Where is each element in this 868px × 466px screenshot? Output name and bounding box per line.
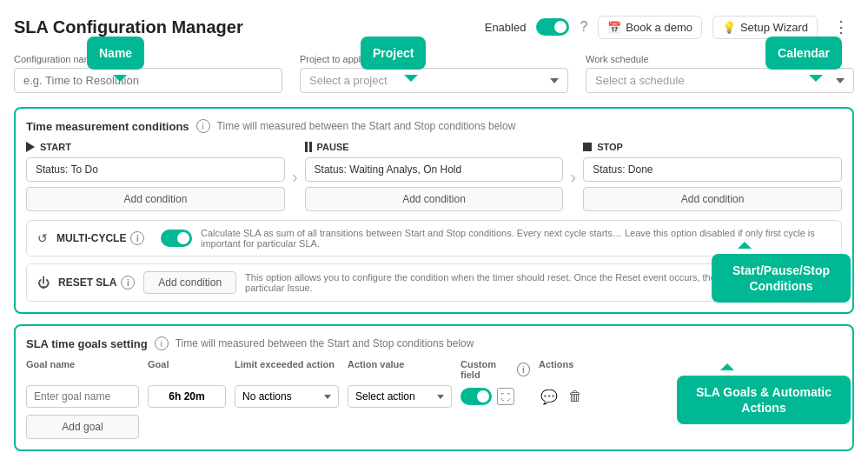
multi-cycle-row: ↺ MULTI-CYCLE i Calculate SLA as sum of … bbox=[26, 220, 842, 256]
reset-sla-row: ⏻ RESET SLA i Add condition This option … bbox=[26, 263, 842, 302]
stop-header: STOP bbox=[583, 142, 842, 152]
schedule-field-group: Work schedule Select a schedule bbox=[586, 54, 854, 93]
col-goal-header: Goal bbox=[148, 359, 226, 380]
enabled-label: Enabled bbox=[485, 21, 527, 34]
name-field-group: Configuration name bbox=[14, 54, 282, 93]
reset-sla-desc: This option allows you to configure the … bbox=[245, 272, 831, 293]
stop-status: Status: Done bbox=[583, 157, 842, 182]
start-condition-col: START Status: To Do Add condition bbox=[26, 142, 285, 211]
power-icon: ⏻ bbox=[37, 276, 50, 290]
goals-header: SLA time goals setting i Time will measu… bbox=[26, 336, 842, 350]
start-label: START bbox=[40, 142, 71, 152]
pause-header: PAUSE bbox=[305, 142, 564, 152]
cycle-icon: ↺ bbox=[37, 231, 48, 245]
limit-action-select[interactable]: No actions bbox=[235, 385, 339, 408]
more-options-button[interactable]: ⋮ bbox=[828, 14, 854, 40]
project-label: Project to apply SLA bbox=[300, 54, 568, 64]
pause-icon bbox=[305, 142, 312, 152]
goal-action-icons: 💬 🗑 bbox=[539, 387, 591, 407]
start-header: START bbox=[26, 142, 285, 152]
goals-section: SLA time goals setting i Time will measu… bbox=[14, 324, 854, 451]
time-conditions-header: Time measurement conditions i Time will … bbox=[26, 119, 842, 133]
stop-icon bbox=[583, 143, 592, 151]
schedule-label: Work schedule bbox=[586, 54, 854, 64]
multi-cycle-label: MULTI-CYCLE i bbox=[56, 231, 152, 245]
stop-label: STOP bbox=[597, 142, 623, 152]
reset-sla-info-icon[interactable]: i bbox=[121, 276, 135, 290]
custom-field-info-icon[interactable]: i bbox=[517, 363, 530, 376]
goals-table-header: Goal name Goal Limit exceeded action Act… bbox=[26, 359, 842, 380]
multi-cycle-info-icon[interactable]: i bbox=[130, 231, 144, 245]
goals-desc: Time will measured between the Start and… bbox=[176, 337, 474, 350]
play-icon bbox=[26, 142, 35, 152]
header: SLA Configuration Manager Enabled ? 📅 Bo… bbox=[14, 14, 854, 40]
time-conditions-title: Time measurement conditions bbox=[26, 120, 189, 133]
help-icon[interactable]: ? bbox=[580, 19, 587, 35]
config-row: Configuration name Project to apply SLA … bbox=[14, 54, 854, 93]
book-demo-button[interactable]: 📅 Book a demo bbox=[598, 16, 702, 39]
col-goal-name-header: Goal name bbox=[26, 359, 139, 380]
custom-field-toggle[interactable] bbox=[461, 388, 492, 405]
goal-name-input[interactable] bbox=[26, 385, 139, 408]
time-conditions-card: Time measurement conditions i Time will … bbox=[14, 107, 854, 314]
delete-button[interactable]: 🗑 bbox=[567, 387, 584, 406]
col-custom-header: Custom field i bbox=[461, 359, 530, 380]
goals-info-icon[interactable]: i bbox=[155, 336, 169, 350]
stop-condition-col: STOP Status: Done Add condition bbox=[583, 142, 842, 211]
comment-button[interactable]: 💬 bbox=[539, 387, 560, 407]
pause-status: Status: Waiting Analys, On Hold bbox=[305, 157, 564, 182]
reset-add-condition-button[interactable]: Add condition bbox=[143, 271, 236, 294]
project-select[interactable]: Select a project bbox=[300, 68, 568, 93]
enabled-toggle[interactable] bbox=[536, 18, 569, 36]
pause-add-condition-button[interactable]: Add condition bbox=[305, 187, 564, 211]
start-add-condition-button[interactable]: Add condition bbox=[26, 187, 285, 211]
pause-condition-col: PAUSE Status: Waiting Analys, On Hold Ad… bbox=[305, 142, 564, 211]
book-demo-icon: 📅 bbox=[607, 21, 621, 34]
header-right: Enabled ? 📅 Book a demo 💡 Setup Wizard ⋮ bbox=[485, 14, 854, 40]
name-label: Configuration name bbox=[14, 54, 282, 64]
multi-cycle-desc: Calculate SLA as sum of all transitions … bbox=[201, 228, 831, 249]
schedule-select[interactable]: Select a schedule bbox=[586, 68, 854, 93]
stop-add-condition-button[interactable]: Add condition bbox=[583, 187, 842, 211]
app-container: SLA Configuration Manager Enabled ? 📅 Bo… bbox=[0, 0, 868, 466]
condition-row: START Status: To Do Add condition › PAUS… bbox=[26, 142, 842, 211]
goal-time-input[interactable] bbox=[148, 385, 226, 408]
lightbulb-icon: 💡 bbox=[722, 21, 736, 34]
app-title: SLA Configuration Manager bbox=[14, 17, 243, 37]
goals-title: SLA time goals setting bbox=[26, 337, 148, 350]
resize-icon[interactable]: ⛶ bbox=[497, 388, 514, 405]
col-limit-header: Limit exceeded action bbox=[235, 359, 339, 380]
action-value-select[interactable]: Select action bbox=[348, 385, 452, 408]
pause-to-stop-arrow: › bbox=[563, 142, 583, 211]
setup-wizard-button[interactable]: 💡 Setup Wizard bbox=[712, 16, 818, 39]
pause-label: PAUSE bbox=[317, 142, 349, 152]
name-input[interactable] bbox=[14, 68, 282, 93]
start-to-pause-arrow: › bbox=[285, 142, 305, 211]
start-status: Status: To Do bbox=[26, 157, 285, 182]
reset-sla-label: RESET SLA i bbox=[58, 276, 135, 290]
col-actions-header: Actions bbox=[539, 359, 591, 380]
project-field-group: Project to apply SLA Select a project bbox=[300, 54, 568, 93]
multi-cycle-toggle[interactable] bbox=[161, 230, 192, 247]
add-goal-button[interactable]: Add goal bbox=[26, 415, 139, 439]
custom-field-controls: ⛶ bbox=[461, 388, 530, 405]
time-conditions-desc: Time will measured between the Start and… bbox=[217, 120, 516, 132]
time-conditions-info-icon[interactable]: i bbox=[196, 119, 210, 133]
goals-data-row: No actions Select action ⛶ 💬 🗑 bbox=[26, 385, 842, 408]
col-action-val-header: Action value bbox=[348, 359, 452, 380]
